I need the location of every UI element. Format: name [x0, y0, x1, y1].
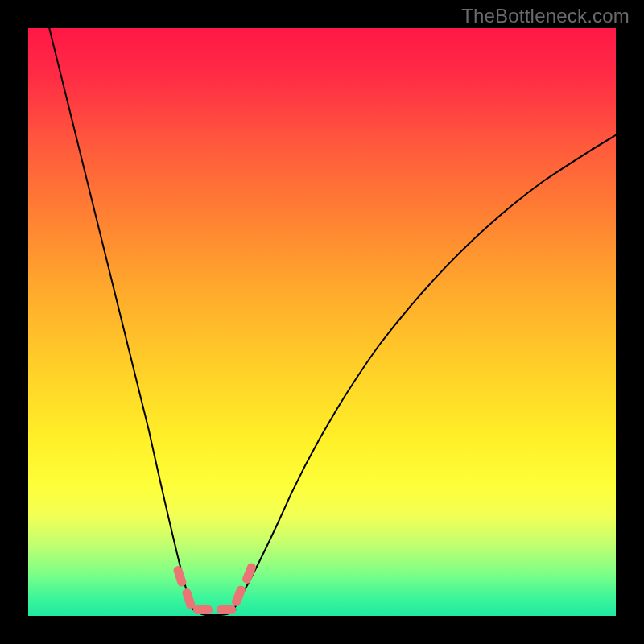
marker-dot: [181, 588, 196, 610]
bottleneck-chart: [28, 28, 616, 616]
curve-right: [233, 133, 616, 611]
curve-left: [48, 28, 197, 613]
marker-dot: [230, 584, 246, 607]
marker-dot: [193, 605, 213, 614]
marker-dot: [217, 605, 236, 614]
watermark-text: TheBottleneck.com: [461, 5, 630, 27]
chart-frame: [28, 28, 616, 616]
marker-dot: [241, 562, 257, 584]
marker-dot: [172, 565, 187, 588]
